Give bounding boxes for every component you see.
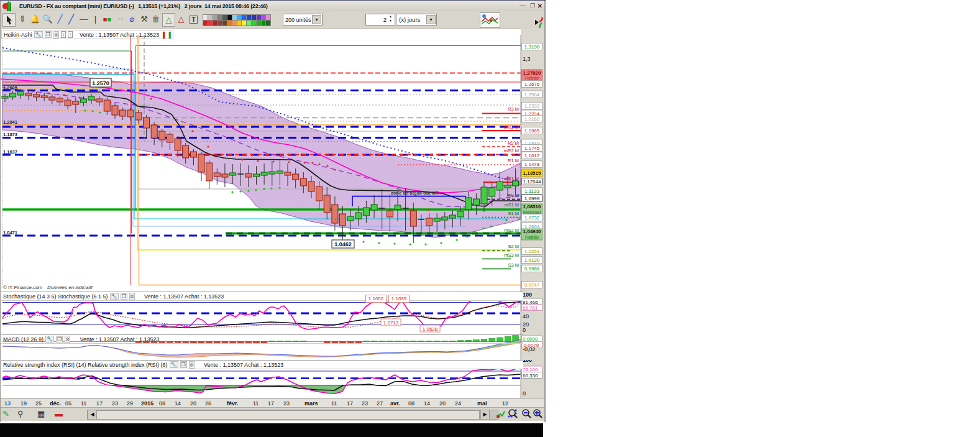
svg-text:mR2 M: mR2 M bbox=[504, 148, 519, 154]
svg-text:mS3 M: mS3 M bbox=[504, 252, 519, 258]
svg-text:Hebdo: Hebdo bbox=[525, 75, 539, 81]
svg-text:1,3: 1,3 bbox=[523, 56, 531, 62]
svg-text:mS1 M: mS1 M bbox=[504, 202, 519, 208]
svg-text:1.1873: 1.1873 bbox=[3, 132, 17, 137]
svg-text:100: 100 bbox=[523, 292, 532, 298]
svg-text:0: 0 bbox=[523, 390, 526, 397]
svg-text:1,0120: 1,0120 bbox=[524, 257, 540, 263]
svg-text:0,9986: 0,9986 bbox=[524, 266, 540, 272]
svg-text:1,3190: 1,3190 bbox=[524, 44, 540, 50]
svg-text:75,160: 75,160 bbox=[523, 367, 538, 372]
svg-text:1.0713: 1.0713 bbox=[383, 320, 399, 326]
svg-text:0,0090: 0,0090 bbox=[523, 336, 538, 342]
svg-text:1,12544: 1,12544 bbox=[523, 179, 541, 185]
svg-text:1,2162: 1,2162 bbox=[524, 116, 540, 122]
svg-text:mR3 M: mR3 M bbox=[504, 124, 519, 130]
svg-text:1,1133: 1,1133 bbox=[524, 188, 539, 194]
svg-text:1,2504: 1,2504 bbox=[524, 92, 540, 98]
svg-text:S2 M: S2 M bbox=[508, 244, 519, 249]
svg-text:R3 M: R3 M bbox=[508, 106, 519, 112]
svg-text:1.2605: 1.2605 bbox=[3, 85, 17, 91]
svg-text:1.0462: 1.0462 bbox=[334, 241, 352, 247]
svg-text:R1 M: R1 M bbox=[508, 158, 519, 163]
svg-text:1,1478: 1,1478 bbox=[524, 162, 540, 167]
svg-text:zone de break out MT: zone de break out MT bbox=[391, 190, 439, 196]
svg-text:1.0528: 1.0528 bbox=[423, 326, 438, 332]
svg-text:100: 100 bbox=[523, 360, 532, 363]
svg-text:S3 M: S3 M bbox=[508, 262, 519, 268]
svg-text:40: 40 bbox=[523, 313, 529, 320]
svg-text:1,1745: 1,1745 bbox=[524, 145, 540, 151]
svg-text:1.1637: 1.1637 bbox=[3, 149, 17, 155]
svg-text:mS2 M: mS2 M bbox=[504, 228, 519, 233]
svg-text:© IT-Finance.com: © IT-Finance.com bbox=[3, 285, 43, 290]
svg-text:Données en indicatif: Données en indicatif bbox=[47, 285, 93, 290]
svg-text:0: 0 bbox=[523, 327, 526, 333]
svg-text:1,2333: 1,2333 bbox=[524, 103, 540, 109]
svg-text:1,1612: 1,1612 bbox=[524, 153, 540, 159]
svg-text:1,13515: 1,13515 bbox=[523, 170, 541, 176]
svg-text:1,0732: 1,0732 bbox=[524, 215, 540, 221]
svg-text:S1 M: S1 M bbox=[508, 211, 519, 216]
svg-text:1.2041: 1.2041 bbox=[3, 119, 17, 125]
svg-text:-0,02: -0,02 bbox=[523, 346, 536, 352]
svg-text:1,0253: 1,0253 bbox=[524, 249, 540, 254]
svg-text:1.2570: 1.2570 bbox=[92, 80, 109, 86]
svg-text:0,9747: 0,9747 bbox=[524, 282, 540, 288]
svg-text:1.0471: 1.0471 bbox=[3, 230, 17, 236]
svg-text:Hebdo: Hebdo bbox=[525, 234, 539, 240]
svg-text:66,761: 66,761 bbox=[523, 305, 538, 311]
svg-text:60,330: 60,330 bbox=[523, 373, 538, 379]
svg-text:1,2676: 1,2676 bbox=[524, 81, 540, 87]
svg-text:1,0999: 1,0999 bbox=[524, 196, 540, 201]
svg-text:R2 M: R2 M bbox=[508, 140, 519, 146]
svg-text:1,1985: 1,1985 bbox=[524, 128, 540, 134]
